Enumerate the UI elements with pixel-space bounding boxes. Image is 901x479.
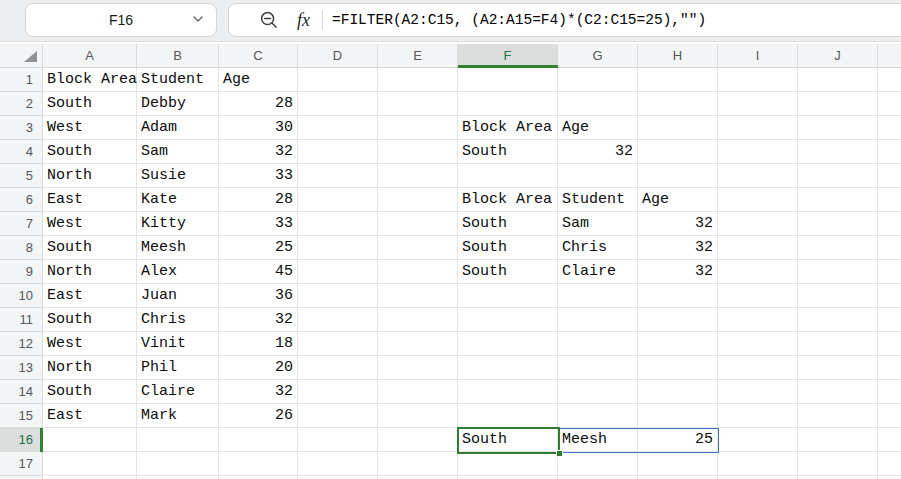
cell-E17[interactable] bbox=[378, 452, 458, 476]
cell-H1[interactable] bbox=[638, 68, 718, 92]
cell-G8[interactable]: Chris bbox=[558, 236, 638, 260]
cell-E16[interactable] bbox=[378, 428, 458, 452]
cell-E11[interactable] bbox=[378, 308, 458, 332]
cell-E3[interactable] bbox=[378, 116, 458, 140]
cell-I12[interactable] bbox=[718, 332, 798, 356]
cell-C5[interactable]: 33 bbox=[219, 164, 298, 188]
cell-A7[interactable]: West bbox=[43, 212, 137, 236]
cell-E6[interactable] bbox=[378, 188, 458, 212]
cell-J8[interactable] bbox=[798, 236, 878, 260]
cell-C4[interactable]: 32 bbox=[219, 140, 298, 164]
cell-x2[interactable] bbox=[878, 92, 901, 116]
cell-B17[interactable] bbox=[137, 452, 219, 476]
column-header-C[interactable]: C bbox=[219, 44, 298, 68]
cell-D13[interactable] bbox=[298, 356, 378, 380]
chevron-down-icon[interactable] bbox=[192, 13, 204, 25]
cell-A9[interactable]: North bbox=[43, 260, 137, 284]
cell-x3[interactable] bbox=[878, 116, 901, 140]
cell-J1[interactable] bbox=[798, 68, 878, 92]
cell-H11[interactable] bbox=[638, 308, 718, 332]
cell-B16[interactable] bbox=[137, 428, 219, 452]
cell-C15[interactable]: 26 bbox=[219, 404, 298, 428]
cell-F6[interactable]: Block Area bbox=[458, 188, 558, 212]
cell-E15[interactable] bbox=[378, 404, 458, 428]
cell-E7[interactable] bbox=[378, 212, 458, 236]
cell-I4[interactable] bbox=[718, 140, 798, 164]
row-header-17[interactable]: 17 bbox=[0, 452, 43, 476]
cell-D16[interactable] bbox=[298, 428, 378, 452]
cell-J14[interactable] bbox=[798, 380, 878, 404]
column-header-H[interactable]: H bbox=[638, 44, 718, 68]
cell-H4[interactable] bbox=[638, 140, 718, 164]
cell-x5[interactable] bbox=[878, 164, 901, 188]
cell-J6[interactable] bbox=[798, 188, 878, 212]
cell-I14[interactable] bbox=[718, 380, 798, 404]
column-header-G[interactable]: G bbox=[558, 44, 638, 68]
cell-D10[interactable] bbox=[298, 284, 378, 308]
cell-I2[interactable] bbox=[718, 92, 798, 116]
cell-G10[interactable] bbox=[558, 284, 638, 308]
cell-D1[interactable] bbox=[298, 68, 378, 92]
row-header-11[interactable]: 11 bbox=[0, 308, 43, 332]
cell-E5[interactable] bbox=[378, 164, 458, 188]
row-header-6[interactable]: 6 bbox=[0, 188, 43, 212]
cell-B6[interactable]: Kate bbox=[137, 188, 219, 212]
cell-F9[interactable]: South bbox=[458, 260, 558, 284]
cell-J4[interactable] bbox=[798, 140, 878, 164]
cell-I8[interactable] bbox=[718, 236, 798, 260]
cell-E10[interactable] bbox=[378, 284, 458, 308]
cell-G13[interactable] bbox=[558, 356, 638, 380]
cell-x8[interactable] bbox=[878, 236, 901, 260]
column-header-D[interactable]: D bbox=[298, 44, 378, 68]
cell-x7[interactable] bbox=[878, 212, 901, 236]
name-box[interactable]: F16 bbox=[25, 3, 217, 37]
cell-I15[interactable] bbox=[718, 404, 798, 428]
cell-D4[interactable] bbox=[298, 140, 378, 164]
cell-H8[interactable]: 32 bbox=[638, 236, 718, 260]
cell-x14[interactable] bbox=[878, 380, 901, 404]
cell-F15[interactable] bbox=[458, 404, 558, 428]
row-header-2[interactable]: 2 bbox=[0, 92, 43, 116]
cell-F11[interactable] bbox=[458, 308, 558, 332]
row-header-10[interactable]: 10 bbox=[0, 284, 43, 308]
spreadsheet-grid[interactable]: ABCDEFGHIJ1Block AreaStudentAge2SouthDeb… bbox=[0, 44, 901, 479]
cell-F3[interactable]: Block Area bbox=[458, 116, 558, 140]
cell-A13[interactable]: North bbox=[43, 356, 137, 380]
cell-A3[interactable]: West bbox=[43, 116, 137, 140]
cell-B15[interactable]: Mark bbox=[137, 404, 219, 428]
row-header-3[interactable]: 3 bbox=[0, 116, 43, 140]
cell-A5[interactable]: North bbox=[43, 164, 137, 188]
cell-D9[interactable] bbox=[298, 260, 378, 284]
cell-H6[interactable]: Age bbox=[638, 188, 718, 212]
cell-J16[interactable] bbox=[798, 428, 878, 452]
cell-G14[interactable] bbox=[558, 380, 638, 404]
cell-H13[interactable] bbox=[638, 356, 718, 380]
cell-J2[interactable] bbox=[798, 92, 878, 116]
cell-C17[interactable] bbox=[219, 452, 298, 476]
cell-B8[interactable]: Meesh bbox=[137, 236, 219, 260]
cell-G6[interactable]: Student bbox=[558, 188, 638, 212]
row-header-15[interactable]: 15 bbox=[0, 404, 43, 428]
cell-A8[interactable]: South bbox=[43, 236, 137, 260]
cell-C16[interactable] bbox=[219, 428, 298, 452]
cell-F10[interactable] bbox=[458, 284, 558, 308]
cell-A15[interactable]: East bbox=[43, 404, 137, 428]
cell-F5[interactable] bbox=[458, 164, 558, 188]
cell-F14[interactable] bbox=[458, 380, 558, 404]
cell-D6[interactable] bbox=[298, 188, 378, 212]
cell-I5[interactable] bbox=[718, 164, 798, 188]
column-header-E[interactable]: E bbox=[378, 44, 458, 68]
cell-I17[interactable] bbox=[718, 452, 798, 476]
row-header-12[interactable]: 12 bbox=[0, 332, 43, 356]
cell-G16[interactable]: Meesh bbox=[558, 428, 638, 452]
cell-G15[interactable] bbox=[558, 404, 638, 428]
cell-C3[interactable]: 30 bbox=[219, 116, 298, 140]
cell-J3[interactable] bbox=[798, 116, 878, 140]
cell-B13[interactable]: Phil bbox=[137, 356, 219, 380]
cell-J7[interactable] bbox=[798, 212, 878, 236]
row-header-9[interactable]: 9 bbox=[0, 260, 43, 284]
cell-J10[interactable] bbox=[798, 284, 878, 308]
row-header-14[interactable]: 14 bbox=[0, 380, 43, 404]
cell-I13[interactable] bbox=[718, 356, 798, 380]
cell-I11[interactable] bbox=[718, 308, 798, 332]
